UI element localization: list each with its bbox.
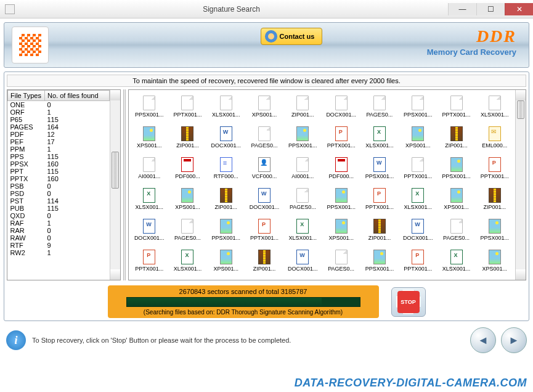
col-file-types[interactable]: File Types xyxy=(8,91,45,101)
table-row[interactable]: PST114 xyxy=(8,197,110,205)
file-item[interactable]: AI0001... xyxy=(130,153,168,184)
file-item[interactable]: XPS001... xyxy=(207,245,245,276)
table-row[interactable]: RAF1 xyxy=(8,219,110,227)
file-item[interactable]: DOCX001... xyxy=(207,122,245,153)
file-item[interactable]: XPS001... xyxy=(245,91,283,122)
file-item[interactable]: ZIP001... xyxy=(245,245,283,276)
file-label: DOCX001... xyxy=(326,112,356,118)
close-button[interactable]: ✕ xyxy=(505,3,533,15)
file-item[interactable]: PPTX001... xyxy=(476,153,514,184)
file-item[interactable]: RTF000... xyxy=(207,153,245,184)
file-item[interactable]: PPTX001... xyxy=(245,214,283,245)
file-item[interactable]: ZIP001... xyxy=(283,91,322,122)
file-item[interactable]: AI0001... xyxy=(283,153,322,184)
file-item[interactable]: EML000... xyxy=(476,122,514,153)
file-item[interactable]: PPTX001... xyxy=(399,153,437,184)
table-row[interactable]: PEF17 xyxy=(8,138,110,145)
file-item[interactable]: PPSX001... xyxy=(476,214,514,245)
file-item[interactable]: XPS001... xyxy=(168,184,206,214)
table-row[interactable]: PPT115 xyxy=(8,168,110,175)
file-item[interactable]: PPSX001... xyxy=(399,91,437,122)
table-row[interactable]: PDF12 xyxy=(8,131,110,138)
file-item[interactable]: PPSX001... xyxy=(130,91,168,122)
file-item[interactable]: PPSX001... xyxy=(322,184,360,214)
file-item[interactable]: XLSX001... xyxy=(437,245,475,276)
file-item[interactable]: PPSX001... xyxy=(437,153,475,184)
file-item[interactable]: PDF000... xyxy=(168,153,206,184)
file-icon xyxy=(296,250,309,264)
file-item[interactable]: ZIP001... xyxy=(437,122,475,153)
file-item[interactable]: ZIP001... xyxy=(168,122,206,153)
next-button[interactable]: ► xyxy=(501,327,527,353)
file-item[interactable]: XPS001... xyxy=(130,122,168,153)
file-item[interactable]: PAGES0... xyxy=(360,91,399,122)
file-icon xyxy=(373,157,386,172)
table-row[interactable]: ORF1 xyxy=(8,108,110,116)
table-row[interactable]: RTF9 xyxy=(8,242,110,249)
file-item[interactable]: XPS001... xyxy=(322,214,360,245)
file-item[interactable]: PPSX001... xyxy=(360,153,399,184)
file-item[interactable]: PAGES0... xyxy=(168,214,206,245)
file-item[interactable]: DOCX001... xyxy=(322,91,360,122)
file-item[interactable]: PPTX001... xyxy=(322,122,360,153)
contact-us-button[interactable]: Contact us xyxy=(261,28,323,45)
file-icon xyxy=(335,219,348,234)
file-item[interactable]: XLSX001... xyxy=(476,91,514,122)
col-files-found[interactable]: No. of files found xyxy=(45,91,110,101)
file-item[interactable]: PAGES0... xyxy=(322,245,360,276)
file-item[interactable]: XPS001... xyxy=(476,245,514,276)
file-item[interactable]: VCF000... xyxy=(245,153,283,184)
stop-button[interactable]: STOP xyxy=(391,287,426,317)
file-item[interactable]: XPS001... xyxy=(399,122,437,153)
file-item[interactable]: XLSX001... xyxy=(130,184,168,214)
file-item[interactable]: ZIP001... xyxy=(476,184,514,214)
file-item[interactable]: PAGES0... xyxy=(283,184,322,214)
file-item[interactable]: XLSX001... xyxy=(168,245,206,276)
splitter[interactable] xyxy=(123,89,126,280)
table-row[interactable]: PPSX160 xyxy=(8,160,110,168)
file-item[interactable]: XLSX001... xyxy=(360,122,399,153)
table-row[interactable]: ONE0 xyxy=(8,101,110,109)
file-item[interactable]: PPTX001... xyxy=(168,91,206,122)
table-row[interactable]: PUB115 xyxy=(8,205,110,212)
maximize-button[interactable]: ☐ xyxy=(476,3,505,15)
grid-scrollbar[interactable] xyxy=(515,90,526,280)
file-item[interactable]: XLSX001... xyxy=(207,91,245,122)
file-item[interactable]: PPSX001... xyxy=(360,245,399,276)
table-row[interactable]: QXD0 xyxy=(8,212,110,219)
table-row[interactable]: RAW0 xyxy=(8,234,110,242)
file-item[interactable]: DOCX001... xyxy=(399,214,437,245)
table-row[interactable]: PPTX160 xyxy=(8,175,110,182)
file-item[interactable]: PPSX001... xyxy=(207,214,245,245)
file-item[interactable]: XPS001... xyxy=(437,184,475,214)
file-item[interactable]: XLSX001... xyxy=(399,184,437,214)
file-item[interactable]: XLSX001... xyxy=(283,214,322,245)
file-item[interactable]: DOCX001... xyxy=(283,245,322,276)
minimize-button[interactable]: — xyxy=(448,3,476,15)
file-item[interactable]: PPSX001... xyxy=(283,122,322,153)
file-item[interactable]: PPTX001... xyxy=(360,184,399,214)
table-scrollbar[interactable] xyxy=(110,90,120,280)
file-item[interactable]: DOCX001... xyxy=(130,214,168,245)
table-row[interactable]: RW21 xyxy=(8,249,110,256)
file-label: DOCX001... xyxy=(250,204,280,210)
table-row[interactable]: PSD0 xyxy=(8,190,110,197)
file-icon xyxy=(373,96,386,110)
file-item[interactable]: DOCX001... xyxy=(245,184,283,214)
table-row[interactable]: PAGES164 xyxy=(8,123,110,131)
back-button[interactable]: ◄ xyxy=(470,327,496,353)
table-row[interactable]: PPS115 xyxy=(8,153,110,160)
file-item[interactable]: PAGES0... xyxy=(245,122,283,153)
table-row[interactable]: PPM1 xyxy=(8,145,110,153)
table-row[interactable]: PSB0 xyxy=(8,182,110,190)
file-item[interactable]: PAGES0... xyxy=(437,214,475,245)
file-label: PPSX001... xyxy=(327,204,356,210)
file-item[interactable]: PPTX001... xyxy=(399,245,437,276)
file-item[interactable]: PPTX001... xyxy=(437,91,475,122)
file-item[interactable]: ZIP001... xyxy=(207,184,245,214)
table-row[interactable]: P65115 xyxy=(8,116,110,123)
file-item[interactable]: ZIP001... xyxy=(360,214,399,245)
file-item[interactable]: PPTX001... xyxy=(130,245,168,276)
file-item[interactable]: PDF000... xyxy=(322,153,360,184)
table-row[interactable]: RAR0 xyxy=(8,227,110,234)
